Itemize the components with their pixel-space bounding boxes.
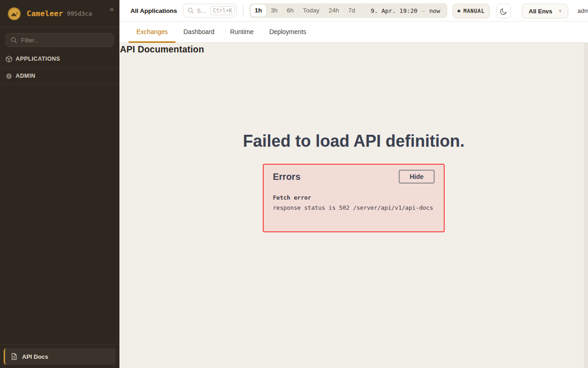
error-heading: Failed to load API definition. [119,132,588,151]
tab-label: Deployments [269,29,306,35]
errors-panel: Errors Hide Fetch error response status … [263,164,445,232]
errors-panel-title: Errors [273,172,300,182]
tab-bar: Exchanges Dashboard Runtime Deployments [119,22,588,43]
brand-name: Cameleer [27,9,63,18]
error-name: Fetch error [273,194,435,201]
manual-refresh-button[interactable]: MANUAL [452,4,490,18]
sidebar-header: Cameleer 995d3ca « [0,0,119,28]
sidebar-footer: API Docs [0,344,119,368]
main-area: All Applications Ctrl+K 1h 3h 6h Today 2… [119,0,588,368]
gear-icon [6,73,12,80]
sidebar-item-label: APPLICATIONS [16,56,60,62]
hide-button[interactable]: Hide [399,170,435,184]
document-icon [11,353,17,360]
env-selected-label: All Envs [529,8,552,15]
tab-runtime[interactable]: Runtime [222,22,261,42]
chevron-down-icon: ▼ [558,9,562,13]
sidebar-item-label: ADMIN [16,73,35,79]
time-range-1h[interactable]: 1h [251,5,266,17]
topbar: All Applications Ctrl+K 1h 3h 6h Today 2… [119,0,588,22]
sidebar-item-api-docs[interactable]: API Docs [4,348,116,365]
cube-icon [6,56,12,63]
sidebar-item-admin[interactable]: ADMIN [0,68,119,85]
user-name: admin [577,7,588,14]
search-icon [187,7,194,14]
tab-exchanges[interactable]: Exchanges [129,22,175,42]
dark-mode-toggle[interactable] [496,4,511,18]
moon-icon [500,7,508,15]
topbar-title: All Applications [130,7,177,14]
page-title: API Documentation [119,43,588,55]
sidebar: Cameleer 995d3ca « APPLICATIONS ADMIN AP… [0,0,119,368]
errors-panel-header: Errors Hide [273,170,435,184]
tab-label: Dashboard [183,29,215,35]
search-shortcut-kbd: Ctrl+K [210,6,235,15]
tab-dashboard[interactable]: Dashboard [175,22,222,42]
time-to[interactable]: now [430,7,440,14]
tab-label: Runtime [230,29,254,35]
cameleer-logo-icon [7,7,21,21]
time-range-6h[interactable]: 6h [282,5,298,17]
topbar-divider [243,5,243,17]
sidebar-collapse-icon[interactable]: « [110,5,114,13]
filter-input[interactable] [20,36,109,44]
sidebar-spacer [0,85,119,344]
search-icon [11,37,17,43]
content-area: API Documentation Failed to load API def… [119,43,588,368]
sidebar-filter[interactable] [6,33,114,47]
time-range-3h[interactable]: 3h [266,5,282,17]
time-range-24h[interactable]: 24h [324,5,344,17]
sidebar-item-applications[interactable]: APPLICATIONS [0,51,119,68]
search-box[interactable]: Ctrl+K [183,4,237,17]
time-range-group: 1h 3h 6h Today 24h 7d 9. Apr. 19:20 – no… [249,3,447,18]
time-range-today[interactable]: Today [298,5,324,17]
scrollbar[interactable] [584,43,588,368]
manual-label: MANUAL [464,8,485,14]
time-from[interactable]: 9. Apr. 19:20 [371,7,418,14]
env-selector[interactable]: All Envs ▼ [522,4,568,18]
search-input[interactable] [196,7,208,15]
time-range-7d[interactable]: 7d [344,5,360,17]
sidebar-item-label: API Docs [22,353,48,360]
brand-version: 995d3ca [67,10,92,17]
time-separator: – [422,7,425,14]
manual-dot-icon [458,10,460,12]
error-message: response status is 502 /server/api/v1/ap… [273,204,435,211]
tab-label: Exchanges [136,29,168,35]
tab-deployments[interactable]: Deployments [261,22,314,42]
